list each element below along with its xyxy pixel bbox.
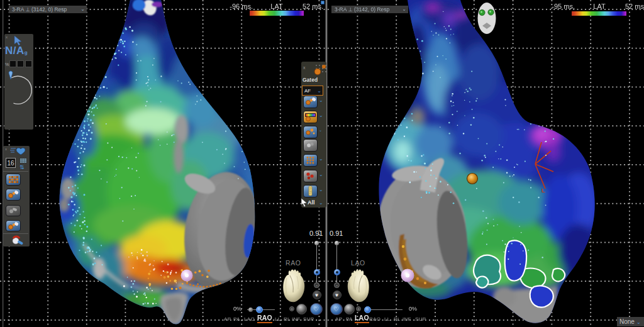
svg-text:L: L	[541, 187, 545, 194]
